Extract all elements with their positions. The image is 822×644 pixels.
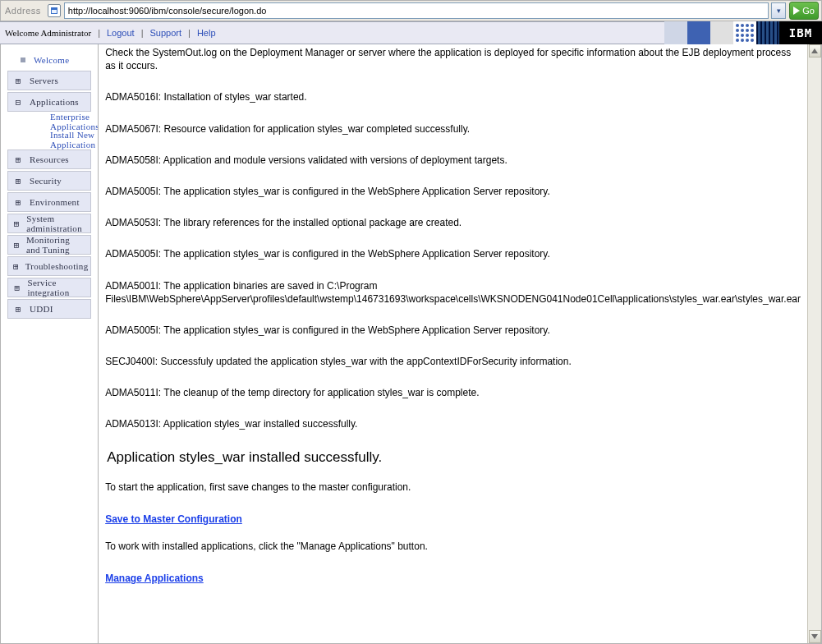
go-button[interactable]: Go [789,2,819,20]
chevron-up-icon [811,48,818,53]
address-label: Address [3,6,44,16]
chevron-down-icon [811,634,818,639]
content-pane: Check the SystemOut.log on the Deploymen… [99,44,807,643]
bullet-icon [21,58,25,62]
nav-servers[interactable]: ⊞ Servers [7,71,91,90]
log-line: ADMA5001I: The application binaries are … [105,279,801,306]
nav-service-integration[interactable]: ⊞ Service integration [7,278,91,297]
support-link[interactable]: Support [150,28,182,38]
log-line: ADMA5013I: Application styles_war instal… [105,417,801,430]
scroll-down-button[interactable] [809,630,821,643]
nav-enterprise-applications[interactable]: Enterprise Applications [7,113,91,130]
nav-welcome[interactable]: Welcome [7,51,91,69]
address-dropdown[interactable]: ▾ [771,2,786,19]
expand-icon: ⊞ [13,304,23,315]
expand-icon: ⊞ [13,176,23,186]
brand-wave-icon [756,21,779,44]
address-bar: Address ▾ Go [0,0,822,21]
header-banner: Welcome Administrator | Logout | Support… [0,21,822,44]
separator: | [188,28,191,38]
separator: | [98,28,100,38]
nav-uddi[interactable]: ⊞ UDDI [7,299,91,319]
chevron-down-icon: ▾ [777,7,781,15]
log-line: ADMA5016I: Installation of styles_war st… [105,90,801,104]
brand-tile [687,21,710,44]
log-line: ADMA5005I: The application styles_war is… [105,324,801,337]
nav-applications[interactable]: ⊟ Applications [7,92,91,112]
hint-text: To start the application, first save cha… [105,481,801,494]
nav-environment[interactable]: ⊞ Environment [7,192,91,212]
expand-icon: ⊞ [13,154,23,165]
help-link[interactable]: Help [197,28,216,38]
page-icon [48,4,61,17]
address-input[interactable] [64,2,769,19]
expand-icon: ⊞ [13,261,19,272]
main-frame: Welcome ⊞ Servers ⊟ Applications Enterpr… [0,44,822,644]
arrow-right-icon [793,7,800,15]
separator: | [141,28,144,38]
brand-tile [664,21,687,44]
brand-tile [710,21,733,44]
log-line: SECJ0400I: Successfuly updated the appli… [105,355,801,368]
log-line: Check the SystemOut.log on the Deploymen… [105,46,801,72]
log-line: ADMA5053I: The library references for th… [105,216,801,229]
brand-strip: IBM [664,22,822,44]
expand-icon: ⊞ [13,76,23,86]
brand-dots-icon [733,21,756,44]
expand-icon: ⊞ [13,283,21,293]
log-line: ADMA5058I: Application and module versio… [105,154,801,167]
expand-icon: ⊞ [13,197,23,208]
install-success-heading: Application styles_war installed success… [107,449,801,466]
expand-icon: ⊞ [13,218,20,229]
ibm-logo: IBM [779,21,822,44]
log-line: ADMA5011I: The cleanup of the temp direc… [105,386,801,399]
scroll-up-button[interactable] [809,44,821,58]
collapse-icon: ⊟ [13,97,23,108]
log-line: ADMA5067I: Resource validation for appli… [105,122,801,136]
hint-text: To work with installed applications, cli… [105,540,801,553]
sidebar: Welcome ⊞ Servers ⊟ Applications Enterpr… [1,44,99,643]
content-wrap: Check the SystemOut.log on the Deploymen… [99,44,821,643]
nav-troubleshooting[interactable]: ⊞ Troubleshooting [7,256,91,276]
save-to-master-link[interactable]: Save to Master Configuration [105,513,242,525]
log-line: ADMA5005I: The application styles_war is… [105,185,801,198]
manage-applications-link[interactable]: Manage Applications [105,573,204,584]
vertical-scrollbar[interactable] [807,44,821,643]
nav-install-new-application[interactable]: Install New Application [7,131,91,148]
welcome-text: Welcome Administrator [5,28,91,38]
go-label: Go [802,6,815,16]
nav-security[interactable]: ⊞ Security [7,171,91,191]
nav-monitoring-and-tuning[interactable]: ⊞ Monitoring and Tuning [7,235,91,255]
expand-icon: ⊞ [13,240,20,251]
nav-tree: Welcome ⊞ Servers ⊟ Applications Enterpr… [7,51,91,319]
nav-system-administration[interactable]: ⊞ System administration [7,214,91,233]
nav-resources[interactable]: ⊞ Resources [7,150,91,169]
log-line: ADMA5005I: The application styles_war is… [105,247,801,260]
header-links: Welcome Administrator | Logout | Support… [5,28,216,38]
logout-link[interactable]: Logout [107,28,135,38]
